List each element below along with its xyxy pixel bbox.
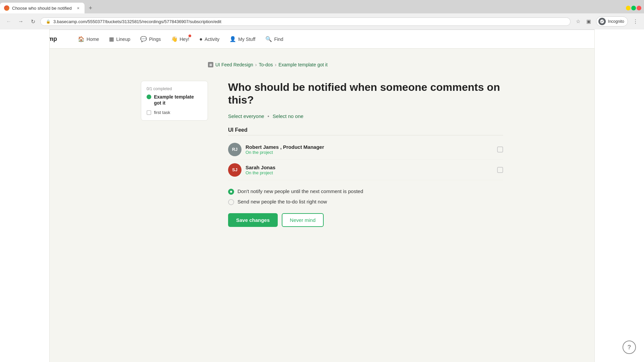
nav-item-home[interactable]: 🏠 Home [73, 34, 104, 44]
breadcrumb-sep-1: › [255, 62, 257, 67]
tab-title: Choose who should be notified [12, 6, 72, 11]
minimize-button[interactable] [626, 6, 631, 10]
maximize-button[interactable] [631, 6, 636, 10]
person-name-text: Robert James [246, 144, 279, 150]
breadcrumb-icon: ▦ [208, 62, 213, 67]
tab-favicon [4, 5, 9, 11]
nav-label-activity: Activity [205, 37, 219, 42]
person-checkbox-robert[interactable] [497, 146, 503, 153]
todo-title: Example template got it [147, 94, 202, 106]
select-links: Select everyone • Select no one [228, 113, 503, 119]
nav-label-mystuff: My Stuff [238, 37, 255, 42]
radio-label-dont-notify: Don't notify new people until the next c… [237, 188, 363, 194]
green-dot-icon [147, 95, 151, 99]
person-role-text: , [280, 144, 283, 150]
bookmark-button[interactable]: ☆ [573, 17, 583, 26]
tab-bar: Choose who should be notified ✕ + [0, 0, 644, 13]
nav-label-hey: Hey! [180, 37, 190, 42]
nav-label-lineup: Lineup [116, 37, 130, 42]
tab-close-button[interactable]: ✕ [76, 6, 80, 10]
breadcrumb-project[interactable]: UI Feed Redesign [215, 62, 253, 67]
nav-label-find: Find [274, 37, 283, 42]
never-mind-button[interactable]: Never mind [282, 213, 324, 227]
radio-option-dont-notify[interactable]: Don't notify new people until the next c… [228, 188, 503, 195]
hey-notification-dot [189, 35, 191, 37]
sidebar-button[interactable]: ▣ [584, 17, 593, 26]
mystuff-icon: 👤 [229, 36, 236, 42]
button-row: Save changes Never mind [228, 213, 503, 227]
new-tab-button[interactable]: + [86, 3, 95, 13]
pings-icon: 💬 [140, 36, 147, 42]
browser-chrome: Choose who should be notified ✕ + ← → ↻ … [0, 0, 644, 30]
radio-section: Don't notify new people until the next c… [228, 188, 503, 205]
breadcrumb-item[interactable]: Example template got it [278, 62, 327, 67]
person-title-text: Product Manager [283, 144, 324, 150]
nav-label-home: Home [87, 37, 99, 42]
active-tab[interactable]: Choose who should be notified ✕ [0, 3, 85, 13]
person-subtitle-robert: On the project [246, 150, 497, 155]
select-separator: • [268, 113, 269, 119]
radio-label-send-now: Send new people the to-do list right now [237, 199, 327, 204]
window-close-button[interactable] [637, 6, 641, 10]
nav-label-pings: Pings [149, 37, 161, 42]
nav-item-hey[interactable]: 👋 Hey! [166, 34, 194, 44]
breadcrumb-sep-2: › [275, 62, 277, 67]
left-sidebar-bar [0, 29, 50, 362]
top-nav: Basecamp 🏠 Home ▦ Lineup 💬 Pings 👋 Hey! … [0, 30, 644, 49]
person-row-sarah: SJ Sarah Jonas On the project [228, 160, 503, 180]
lineup-icon: ▦ [109, 36, 114, 42]
left-panel: 0/1 completed Example template got it fi… [141, 81, 208, 121]
lock-icon: 🔒 [46, 19, 51, 24]
menu-button[interactable]: ⋮ [631, 17, 640, 26]
incognito-label: Incognito [608, 19, 624, 24]
select-everyone-link[interactable]: Select everyone [228, 113, 264, 119]
radio-dont-notify[interactable] [228, 189, 234, 195]
app-wrapper: Basecamp 🏠 Home ▦ Lineup 💬 Pings 👋 Hey! … [0, 30, 644, 362]
reload-button[interactable]: ↻ [28, 17, 38, 26]
forward-button[interactable]: → [16, 17, 25, 26]
breadcrumb: ▦ UI Feed Redesign › To-dos › Example te… [141, 62, 503, 67]
person-checkbox-sarah[interactable] [497, 167, 503, 173]
select-no-one-link[interactable]: Select no one [273, 113, 304, 119]
person-subtitle-sarah: On the project [246, 170, 497, 175]
browser-toolbar: ← → ↻ 🔒 3.basecamp.com/5550377/buckets/3… [0, 13, 644, 29]
radio-option-send-now[interactable]: Send new people the to-do list right now [228, 199, 503, 205]
todo-item: first task [147, 110, 202, 115]
back-button[interactable]: ← [4, 17, 13, 26]
task-checkbox[interactable] [147, 110, 151, 115]
group-label: UI Feed [228, 127, 503, 135]
home-icon: 🏠 [78, 36, 85, 42]
page-layout: 0/1 completed Example template got it fi… [141, 81, 503, 227]
person-name-robert: Robert James , Product Manager [246, 144, 497, 150]
save-changes-button[interactable]: Save changes [228, 213, 278, 227]
incognito-button[interactable]: Incognito [596, 16, 628, 26]
nav-item-activity[interactable]: ● Activity [195, 34, 224, 44]
breadcrumb-section[interactable]: To-dos [259, 62, 273, 67]
nav-item-mystuff[interactable]: 👤 My Stuff [225, 34, 260, 44]
avatar-robert: RJ [228, 143, 241, 156]
main-content: ▦ UI Feed Redesign › To-dos › Example te… [121, 49, 523, 240]
help-button[interactable]: ? [623, 341, 636, 354]
activity-icon: ● [199, 36, 203, 42]
avatar-sarah: SJ [228, 163, 241, 177]
find-icon: 🔍 [265, 36, 272, 42]
nav-item-lineup[interactable]: ▦ Lineup [104, 34, 135, 44]
task-label: first task [154, 110, 170, 115]
person-info-sarah: Sarah Jonas On the project [246, 165, 497, 175]
url-text: 3.basecamp.com/5550377/buckets/31325815/… [53, 19, 221, 24]
nav-item-find[interactable]: 🔍 Find [261, 34, 288, 44]
person-info-robert: Robert James , Product Manager On the pr… [246, 144, 497, 155]
person-name-sarah: Sarah Jonas [246, 165, 497, 170]
todo-card: 0/1 completed Example template got it fi… [141, 81, 208, 121]
nav-items: 🏠 Home ▦ Lineup 💬 Pings 👋 Hey! ● Activit… [73, 34, 288, 44]
radio-send-now[interactable] [228, 199, 234, 205]
page-heading: Who should be notified when someone comm… [228, 81, 503, 107]
toolbar-icons: ☆ ▣ [573, 17, 593, 26]
right-panel: Who should be notified when someone comm… [228, 81, 503, 227]
incognito-avatar [598, 18, 606, 25]
hey-icon: 👋 [171, 36, 178, 42]
nav-item-pings[interactable]: 💬 Pings [136, 34, 165, 44]
todo-title-text: Example template got it [154, 94, 202, 106]
completed-label: 0/1 completed [147, 86, 202, 91]
address-bar[interactable]: 🔒 3.basecamp.com/5550377/buckets/3132581… [40, 17, 571, 26]
